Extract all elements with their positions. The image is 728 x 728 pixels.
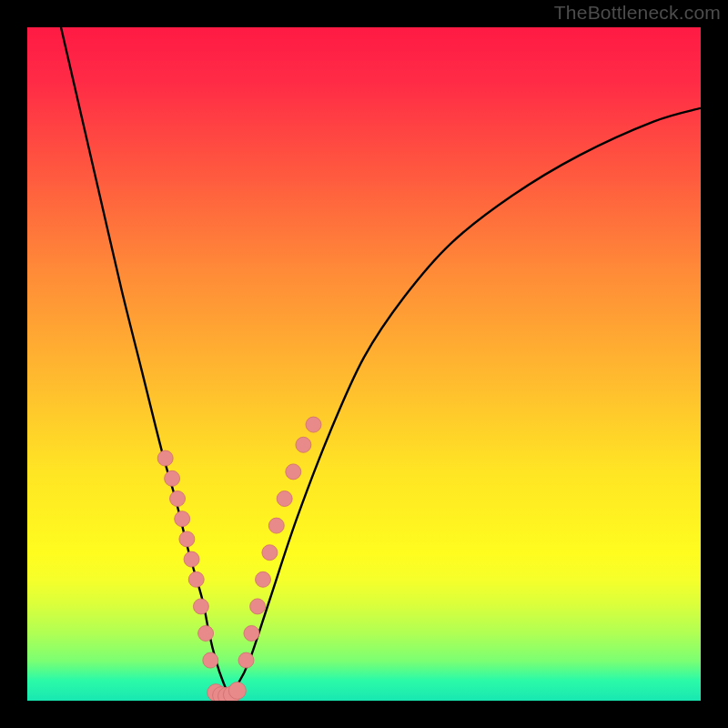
marker-dot xyxy=(268,518,284,533)
chart-frame: TheBottleneck.com xyxy=(0,0,728,728)
marker-dot xyxy=(198,626,214,642)
marker-dot xyxy=(170,491,186,507)
marker-dot xyxy=(250,599,266,614)
marker-dot xyxy=(165,470,180,486)
curve-layer xyxy=(27,27,701,701)
marker-dot xyxy=(256,571,271,587)
marker-dot xyxy=(193,599,208,614)
marker-dot xyxy=(188,571,204,587)
marker-dot xyxy=(306,417,321,432)
bottleneck-curve xyxy=(61,27,701,694)
marker-dot xyxy=(203,652,218,668)
marker-dot xyxy=(179,531,195,547)
plot-area xyxy=(27,27,701,701)
marker-dot xyxy=(157,450,173,466)
marker-dot xyxy=(184,551,199,567)
marker-dot xyxy=(175,511,190,527)
marker-dot xyxy=(244,626,259,642)
watermark-text: TheBottleneck.com xyxy=(554,2,721,24)
marker-dot xyxy=(238,652,254,668)
marker-dot xyxy=(228,682,246,699)
marker-dot xyxy=(262,545,278,561)
marker-dot xyxy=(277,491,292,507)
marker-dot xyxy=(286,464,301,480)
marker-dot xyxy=(296,437,311,452)
curve-markers xyxy=(157,417,321,701)
